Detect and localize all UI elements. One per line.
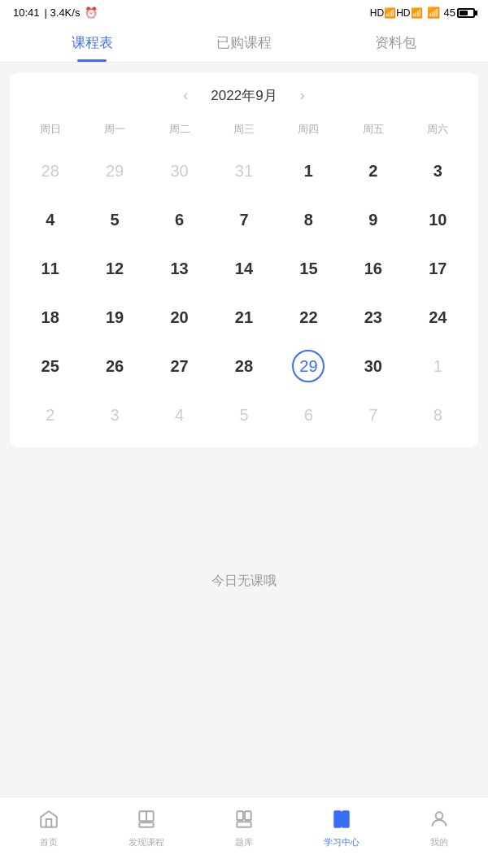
calendar-day-1-0[interactable]: 4 xyxy=(18,195,82,244)
day-num: 28 xyxy=(34,155,67,187)
calendar-day-0-1[interactable]: 29 xyxy=(82,146,146,195)
discover-icon xyxy=(136,809,157,833)
day-num: 6 xyxy=(163,203,196,236)
nav-learning[interactable]: 学习中心 xyxy=(293,805,390,852)
calendar-day-3-0[interactable]: 18 xyxy=(18,293,82,342)
calendar-day-5-5[interactable]: 7 xyxy=(341,390,405,439)
calendar-day-5-6[interactable]: 8 xyxy=(406,390,470,439)
tab-materials[interactable]: 资料包 xyxy=(320,22,472,62)
calendar-day-4-4[interactable]: 29 xyxy=(277,342,341,390)
calendar-day-4-0[interactable]: 25 xyxy=(18,342,82,390)
calendar-day-4-5[interactable]: 30 xyxy=(341,342,405,390)
calendar-day-3-6[interactable]: 24 xyxy=(406,293,470,342)
svg-rect-2 xyxy=(139,822,153,827)
calendar-day-0-0[interactable]: 28 xyxy=(18,146,82,195)
calendar-day-5-1[interactable]: 3 xyxy=(82,390,146,439)
day-num: 7 xyxy=(228,203,260,236)
day-header-周四: 周四 xyxy=(277,119,341,140)
tab-purchased[interactable]: 已购课程 xyxy=(168,22,320,62)
calendar-day-4-1[interactable]: 26 xyxy=(82,342,146,390)
calendar-day-2-0[interactable]: 11 xyxy=(18,244,82,293)
calendar-day-2-4[interactable]: 15 xyxy=(277,244,341,293)
calendar-day-1-4[interactable]: 8 xyxy=(277,195,341,244)
battery-num: 45 xyxy=(444,7,455,19)
calendar-day-0-4[interactable]: 1 xyxy=(277,146,341,195)
calendar-grid: 2829303112345678910111213141516171819202… xyxy=(10,146,478,439)
svg-rect-1 xyxy=(146,811,154,821)
next-month-button[interactable]: › xyxy=(294,85,312,106)
nav-home-label: 首页 xyxy=(40,836,58,848)
nav-discover[interactable]: 发现课程 xyxy=(98,805,195,852)
month-header: ‹ 2022年9月 › xyxy=(10,85,478,106)
day-num: 11 xyxy=(34,252,67,285)
day-header-周二: 周二 xyxy=(147,119,211,140)
calendar-day-2-1[interactable]: 12 xyxy=(82,244,146,293)
calendar-day-3-4[interactable]: 22 xyxy=(277,293,341,342)
day-num: 1 xyxy=(421,350,454,382)
calendar-day-4-3[interactable]: 28 xyxy=(211,342,276,390)
speed-display: | 3.4K/s xyxy=(45,7,81,19)
calendar-day-3-3[interactable]: 21 xyxy=(211,293,276,342)
question-icon xyxy=(233,809,255,833)
calendar-day-5-2[interactable]: 4 xyxy=(147,390,211,439)
tab-schedule[interactable]: 课程表 xyxy=(16,22,168,62)
calendar-day-1-1[interactable]: 5 xyxy=(82,195,146,244)
calendar-day-0-5[interactable]: 2 xyxy=(341,146,405,195)
day-num: 24 xyxy=(421,301,454,334)
day-num: 31 xyxy=(228,155,260,187)
calendar-day-0-6[interactable]: 3 xyxy=(406,146,470,195)
day-num: 7 xyxy=(357,399,390,431)
day-num: 22 xyxy=(292,301,325,334)
nav-profile[interactable]: 我的 xyxy=(390,805,488,852)
calendar-day-5-4[interactable]: 6 xyxy=(277,390,341,439)
day-num: 1 xyxy=(292,155,325,187)
month-title: 2022年9月 xyxy=(211,86,277,105)
calendar-day-5-0[interactable]: 2 xyxy=(18,390,82,439)
wifi-icon: 📶 xyxy=(427,7,440,19)
day-header-周六: 周六 xyxy=(406,119,470,140)
calendar-day-1-2[interactable]: 6 xyxy=(147,195,211,244)
calendar-day-5-3[interactable]: 5 xyxy=(211,390,276,439)
signal-icon: HD📶HD📶 xyxy=(370,7,423,19)
day-num: 30 xyxy=(357,350,390,382)
day-num: 9 xyxy=(357,203,390,236)
day-num: 2 xyxy=(34,399,67,431)
prev-month-button[interactable]: ‹ xyxy=(176,85,194,106)
day-num: 13 xyxy=(163,252,196,285)
calendar-day-4-6[interactable]: 1 xyxy=(406,342,470,390)
day-num: 3 xyxy=(98,399,131,431)
day-num: 17 xyxy=(421,252,454,285)
day-num: 10 xyxy=(421,203,454,236)
nav-question[interactable]: 题库 xyxy=(195,805,293,852)
day-num: 15 xyxy=(292,252,325,285)
nav-home[interactable]: 首页 xyxy=(0,805,98,852)
calendar-day-2-6[interactable]: 17 xyxy=(406,244,470,293)
calendar-day-1-3[interactable]: 7 xyxy=(211,195,276,244)
alarm-icon: ⏰ xyxy=(85,7,98,19)
nav-learning-label: 学习中心 xyxy=(324,836,359,848)
calendar-day-1-5[interactable]: 9 xyxy=(341,195,405,244)
nav-profile-label: 我的 xyxy=(430,836,448,848)
calendar-day-2-3[interactable]: 14 xyxy=(211,244,276,293)
day-num: 14 xyxy=(228,252,260,285)
day-num: 12 xyxy=(98,252,131,285)
day-num: 30 xyxy=(163,155,196,187)
calendar-day-4-2[interactable]: 27 xyxy=(147,342,211,390)
day-num: 5 xyxy=(228,399,260,431)
day-num: 26 xyxy=(98,350,131,382)
calendar-day-2-2[interactable]: 13 xyxy=(147,244,211,293)
calendar-day-3-2[interactable]: 20 xyxy=(147,293,211,342)
calendar-day-0-2[interactable]: 30 xyxy=(147,146,211,195)
day-num: 27 xyxy=(163,350,196,382)
time-display: 10:41 xyxy=(13,7,40,19)
battery-display: 45 xyxy=(444,7,475,19)
status-right: HD📶HD📶 📶 45 xyxy=(370,7,475,19)
calendar-day-1-6[interactable]: 10 xyxy=(406,195,470,244)
tab-navigation: 课程表 已购课程 资料包 xyxy=(0,22,488,63)
calendar-day-3-5[interactable]: 23 xyxy=(341,293,405,342)
calendar-day-2-5[interactable]: 16 xyxy=(341,244,405,293)
day-num: 6 xyxy=(292,399,325,431)
calendar-day-0-3[interactable]: 31 xyxy=(211,146,276,195)
calendar-day-3-1[interactable]: 19 xyxy=(82,293,146,342)
day-num: 2 xyxy=(357,155,390,187)
